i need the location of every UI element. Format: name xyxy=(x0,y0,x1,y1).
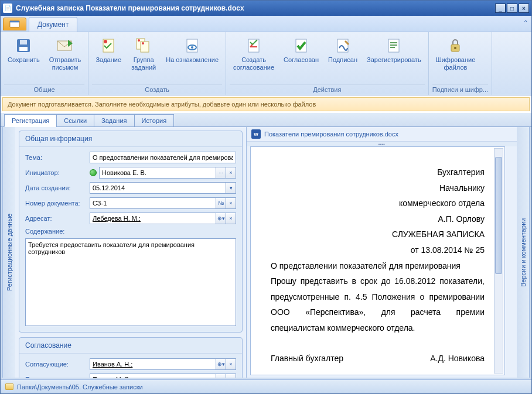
titlebar: 📄 Служебная записка Показатели премирова… xyxy=(1,1,531,16)
warning-bar: Документ подготавливается. Заполните нео… xyxy=(2,97,530,111)
app-window: 📄 Служебная записка Показатели премирова… xyxy=(0,0,532,394)
content-textarea[interactable]: Требуется предоставить показатели для пр… xyxy=(25,238,236,326)
ribbon-group-label: Создать xyxy=(92,84,222,95)
initiator-label: Инициатор: xyxy=(25,169,90,176)
docx-icon: W xyxy=(251,129,261,139)
svg-rect-21 xyxy=(390,47,395,48)
review-button[interactable]: На ознакомление xyxy=(162,34,222,66)
ribbon-tab-document[interactable]: Документ xyxy=(29,17,77,32)
preview-scrollbar[interactable] xyxy=(494,148,503,374)
content-area: Регистрационные данные Общая информация … xyxy=(1,127,531,379)
registration-form: Общая информация Тема: Инициатор: ··· × xyxy=(15,127,247,378)
window-title: Служебная записка Показатели премировани… xyxy=(16,4,244,12)
attachment-header[interactable]: W Показатели премирования сотрудников.do… xyxy=(247,127,517,142)
document-preview: Бухгалтерия Начальнику коммерческого отд… xyxy=(250,146,505,375)
initiator-input[interactable] xyxy=(99,167,216,179)
close-button[interactable]: × xyxy=(519,4,529,13)
envelope-icon xyxy=(56,36,74,55)
breadcrumb[interactable]: Папки\Документы\05. Служебные записки xyxy=(17,383,143,390)
content-label: Содержание: xyxy=(25,228,90,235)
ribbon: Сохранить Отправить письмом Общие Задани… xyxy=(1,32,531,95)
initiator-lookup-button[interactable]: ··· xyxy=(216,167,226,179)
svg-point-23 xyxy=(454,47,456,49)
svg-point-7 xyxy=(104,40,107,43)
tabstrip: Регистрация Ссылки Задания История xyxy=(1,113,531,127)
general-info-title: Общая информация xyxy=(19,131,242,147)
number-label: Номер документа: xyxy=(25,200,90,207)
approval-create-icon xyxy=(244,36,263,55)
approvers-label: Согласующие: xyxy=(25,361,90,368)
svg-rect-3 xyxy=(19,47,28,51)
approvers-clear-button[interactable]: × xyxy=(226,358,236,370)
approval-title: Согласование xyxy=(19,338,242,354)
approval-group: Согласование Согласующие: ⊕▾ × Подписыва… xyxy=(19,337,243,378)
sidetab-versions-comments[interactable]: Версии и комментарии xyxy=(517,127,530,378)
save-button[interactable]: Сохранить xyxy=(4,34,43,66)
signed-button[interactable]: Подписан xyxy=(325,34,361,66)
tab-tasks[interactable]: Задания xyxy=(94,114,134,127)
tab-history[interactable]: История xyxy=(134,114,175,127)
preview-pane: W Показатели премирования сотрудников.do… xyxy=(247,127,517,378)
horizontal-splitter[interactable]: ▪▪▪▪ xyxy=(247,142,517,146)
initiator-clear-button[interactable]: × xyxy=(226,167,236,179)
create-approval-button[interactable]: Создать согласование xyxy=(230,34,278,74)
statusbar: Папки\Документы\05. Служебные записки xyxy=(1,379,531,393)
app-menu-button[interactable] xyxy=(3,18,26,30)
status-online-icon xyxy=(90,169,97,176)
svg-rect-1 xyxy=(10,21,19,23)
app-icon: 📄 xyxy=(3,4,12,13)
scrollbar-thumb[interactable] xyxy=(495,157,502,274)
sidetab-registration-data[interactable]: Регистрационные данные xyxy=(2,127,15,378)
general-info-group: Общая информация Тема: Инициатор: ··· × xyxy=(19,131,243,333)
register-icon xyxy=(384,36,403,55)
addressee-clear-button[interactable]: × xyxy=(226,213,236,224)
addressee-input[interactable] xyxy=(90,213,216,224)
date-input[interactable] xyxy=(90,182,226,194)
subject-input[interactable] xyxy=(90,152,236,163)
svg-point-14 xyxy=(191,46,193,49)
addressee-label: Адресат: xyxy=(25,215,90,222)
task-icon xyxy=(99,36,118,55)
svg-rect-20 xyxy=(390,44,397,46)
number-input[interactable] xyxy=(90,197,216,209)
number-clear-button[interactable]: × xyxy=(226,197,236,209)
signer-label: Подписывает: xyxy=(25,376,90,378)
attachment-name: Показатели премирования сотрудников.docx xyxy=(264,131,398,138)
task-group-button[interactable]: Группа заданий xyxy=(127,34,160,74)
signer-clear-button[interactable]: × xyxy=(226,374,236,378)
svg-point-10 xyxy=(138,39,140,42)
encrypt-button[interactable]: Шифрование файлов xyxy=(432,34,479,74)
addressee-expand-button[interactable]: ⊕▾ xyxy=(216,213,226,224)
approvers-input[interactable] xyxy=(90,358,216,370)
maximize-button[interactable]: □ xyxy=(507,4,517,13)
ribbon-group-label: Общие xyxy=(4,84,84,95)
minimize-button[interactable]: _ xyxy=(495,4,506,13)
task-button[interactable]: Задание xyxy=(92,34,125,66)
ribbon-group-label: Действия xyxy=(230,84,425,95)
tab-links[interactable]: Ссылки xyxy=(56,114,94,127)
register-button[interactable]: Зарегистрировать xyxy=(363,34,425,66)
check-icon xyxy=(292,36,311,55)
signature-icon xyxy=(333,36,352,55)
signer-input[interactable] xyxy=(90,374,216,378)
ribbon-group-label: Подписи и шифр... xyxy=(432,84,489,95)
date-picker-button[interactable]: ▾ xyxy=(226,182,236,194)
svg-rect-4 xyxy=(20,40,27,44)
ribbon-tabstrip: Документ ⌃ xyxy=(1,16,531,32)
number-generate-button[interactable]: № xyxy=(216,197,226,209)
approved-button[interactable]: Согласован xyxy=(280,34,322,66)
svg-rect-15 xyxy=(248,39,259,52)
folder-icon xyxy=(5,383,13,390)
ribbon-collapse-icon[interactable]: ⌃ xyxy=(523,19,528,26)
svg-rect-19 xyxy=(390,42,397,43)
eye-document-icon xyxy=(183,36,202,55)
lock-icon xyxy=(446,36,465,55)
subject-label: Тема: xyxy=(25,154,90,161)
tab-registration[interactable]: Регистрация xyxy=(4,114,57,127)
signer-expand-button[interactable]: ⊕▾ xyxy=(216,374,226,378)
task-group-icon xyxy=(134,36,153,55)
send-email-button[interactable]: Отправить письмом xyxy=(46,34,85,74)
date-label: Дата создания: xyxy=(25,184,90,191)
svg-point-11 xyxy=(142,42,144,44)
approvers-expand-button[interactable]: ⊕▾ xyxy=(216,358,226,370)
